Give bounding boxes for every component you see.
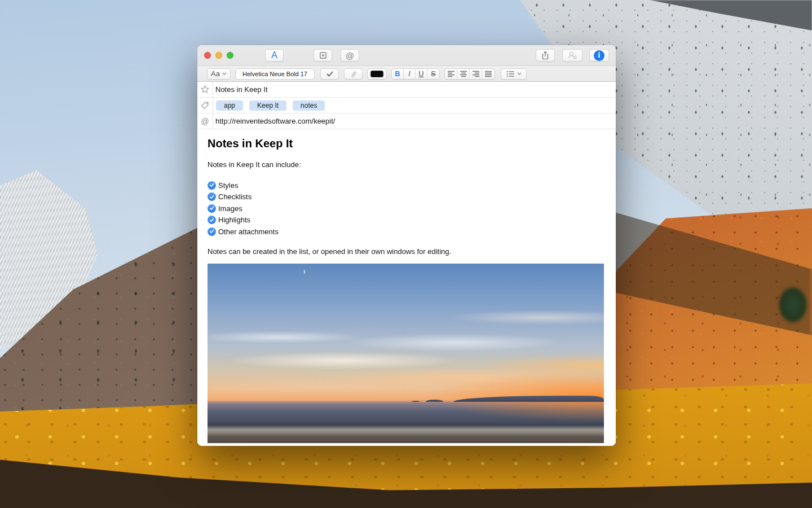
tags-field[interactable]: app Keep It notes (213, 98, 616, 113)
url-row: @ http://reinventedsoftware.com/keepit/ (197, 113, 616, 129)
align-left-icon (447, 71, 455, 77)
url-icon-cell: @ (197, 113, 213, 129)
italic-button[interactable]: I (404, 69, 416, 79)
checked-checkbox-icon[interactable] (208, 192, 216, 201)
checklist-item: Styles (208, 179, 604, 191)
text-color-well[interactable] (367, 68, 387, 80)
color-swatch-black (370, 71, 383, 77)
align-right-button[interactable] (470, 69, 482, 79)
alignment-group (444, 68, 495, 80)
checklist-item-label: Checklists (218, 192, 251, 201)
show-format-bar-button[interactable]: A (265, 49, 284, 62)
title-row: Notes in Keep It (197, 82, 616, 98)
note-photo-attachment[interactable] (208, 264, 604, 443)
checked-checkbox-icon[interactable] (208, 227, 216, 236)
share-button[interactable] (536, 49, 555, 62)
align-justify-button[interactable] (482, 69, 495, 79)
photo-crescent-moon (303, 270, 305, 274)
tag-pill[interactable]: app (216, 100, 243, 111)
checklist-item: Highlights (208, 214, 604, 226)
titlebar-row: A @ (197, 45, 616, 66)
style-picker-label: Aa (211, 69, 220, 78)
checklist-item: Images (208, 203, 604, 214)
note-editor[interactable]: Notes in Keep It Notes in Keep It can in… (197, 137, 616, 443)
checklist-item: Other attachments (208, 226, 604, 238)
checked-checkbox-icon[interactable] (208, 216, 216, 224)
underline-button[interactable]: U (416, 69, 427, 79)
chevron-down-icon (517, 72, 522, 75)
align-left-button[interactable] (445, 69, 457, 79)
info-icon: i (594, 50, 604, 61)
traffic-lights (204, 52, 233, 59)
share-with-people-button[interactable] (562, 49, 582, 62)
checklist-item-label: Other attachments (218, 227, 279, 236)
align-center-icon (460, 71, 467, 77)
checklist-item: Checklists (208, 191, 604, 203)
align-right-icon (472, 71, 480, 77)
tag-icon (200, 100, 210, 110)
checked-checkbox-icon[interactable] (208, 204, 216, 213)
text-style-group: B I U S (391, 68, 440, 80)
style-picker-button[interactable]: Aa (207, 68, 231, 80)
at-link-icon: @ (346, 51, 354, 60)
highlight-button[interactable] (344, 68, 363, 80)
checklist-button[interactable] (320, 68, 339, 80)
star-icon[interactable] (200, 85, 210, 94)
photo-islet (412, 401, 420, 402)
add-person-icon (567, 51, 577, 60)
chevron-down-icon (222, 72, 227, 75)
tag-pill[interactable]: notes (293, 100, 325, 111)
highlighter-icon (349, 69, 358, 78)
close-button[interactable] (204, 52, 211, 59)
align-center-button[interactable] (457, 69, 470, 79)
zoom-button[interactable] (227, 52, 233, 59)
font-name-field[interactable]: Helvetica Neue Bold 17 (235, 68, 315, 80)
bullet-list-icon (506, 71, 515, 77)
add-attachment-button[interactable] (314, 49, 332, 62)
keep-it-note-window: A @ (197, 45, 616, 446)
wallpaper-conifer (771, 278, 812, 332)
note-heading: Notes in Keep It (208, 137, 604, 150)
tags-row: app Keep It notes (197, 98, 616, 113)
list-style-button[interactable] (501, 68, 527, 80)
format-bar: Aa Helvetica Neue Bold 17 (197, 66, 616, 81)
photo-sunset-sky (208, 264, 604, 443)
title-icon-cell (197, 82, 213, 97)
note-outro: Notes can be created in the list, or ope… (208, 247, 604, 256)
checklist-item-label: Highlights (218, 216, 250, 224)
align-justify-icon (484, 71, 492, 77)
minimize-button[interactable] (215, 52, 222, 59)
font-name-label: Helvetica Neue Bold 17 (242, 71, 307, 77)
note-intro: Notes in Keep It can include: (208, 160, 604, 169)
note-url-field[interactable]: http://reinventedsoftware.com/keepit/ (213, 113, 616, 129)
note-url-text: http://reinventedsoftware.com/keepit/ (215, 117, 335, 125)
window-toolbar: A @ (197, 45, 616, 82)
format-a-icon: A (271, 50, 277, 60)
checklist-item-label: Styles (218, 181, 238, 190)
strikethrough-button[interactable]: S (427, 69, 439, 79)
tag-pill[interactable]: Keep It (249, 100, 286, 111)
add-box-icon (319, 51, 328, 60)
tags-icon-cell (197, 98, 213, 113)
note-title-field[interactable]: Notes in Keep It (213, 82, 616, 97)
share-icon (541, 51, 550, 60)
info-button[interactable]: i (589, 49, 609, 62)
checked-checkbox-icon[interactable] (208, 181, 216, 190)
photo-islet (426, 400, 444, 402)
add-link-button[interactable]: @ (341, 49, 359, 62)
note-title-text: Notes in Keep It (215, 85, 268, 94)
note-checklist: Styles Checklists Images Highlights (208, 179, 604, 238)
bold-button[interactable]: B (392, 69, 404, 79)
at-icon: @ (201, 117, 209, 126)
checklist-item-label: Images (218, 204, 242, 213)
checkmark-icon (325, 70, 334, 78)
